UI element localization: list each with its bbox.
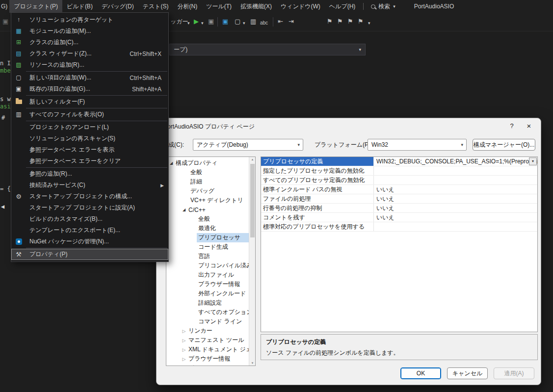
tree-expander-icon[interactable] <box>181 338 187 343</box>
tree-item[interactable]: デバッグ <box>166 186 249 196</box>
tree-item[interactable]: 言語 <box>166 252 249 261</box>
menu-item[interactable]: ビルドのカスタマイズ(B)... <box>11 213 168 225</box>
tree-item[interactable]: 全般 <box>166 214 249 224</box>
menu-item[interactable]: すべてのファイルを表示(O) <box>11 109 168 120</box>
property-value-cell[interactable]: いいえ <box>374 204 537 212</box>
configuration-manager-button[interactable]: 構成マネージャー(O)... <box>473 139 535 151</box>
cancel-button[interactable]: キャンセル <box>447 367 488 379</box>
tree-item[interactable]: ブラウザー情報 <box>166 354 249 364</box>
tree-item-clipped[interactable]: ビルド イベント <box>166 364 249 366</box>
scrollbar-thumb[interactable] <box>250 164 255 237</box>
tree-item[interactable]: ブラウザー情報 <box>166 280 249 289</box>
debugger-button-fragment[interactable]: ッガー <box>170 18 188 26</box>
tree-item[interactable]: リンカー <box>166 326 249 336</box>
property-value-cell[interactable] <box>374 222 537 231</box>
menu-item[interactable]: リソースの追加(R)... <box>11 59 168 71</box>
start-debugging-icon[interactable] <box>194 18 199 26</box>
tree-item[interactable]: すべてのオプション <box>166 308 249 317</box>
tree-expander-icon[interactable] <box>181 329 187 334</box>
tree-item[interactable]: コマンド ライン <box>166 317 249 326</box>
tree-item[interactable]: VC++ ディレクトリ <box>166 196 249 205</box>
property-value-cell[interactable]: いいえ <box>374 213 537 222</box>
ok-button[interactable]: OK <box>400 367 441 379</box>
preview-window-icon[interactable] <box>235 18 240 26</box>
property-value-cell[interactable]: いいえ <box>374 194 537 203</box>
unindent-icon[interactable] <box>278 18 283 26</box>
menu-item[interactable]: 参照データベース エラーをクリア <box>11 156 168 167</box>
menu-item[interactable]: 新しいフィルター(F) <box>11 96 168 107</box>
close-button[interactable]: × <box>522 121 536 131</box>
chevron-down-icon[interactable] <box>243 19 245 27</box>
menubar-item-tools[interactable]: ツール(T) <box>202 0 236 13</box>
menu-item[interactable]: 参照の追加(R)... <box>11 168 168 180</box>
menubar-clipped-item[interactable]: G) <box>0 0 9 13</box>
tree-item-selected[interactable]: プリプロセッサ <box>166 233 249 242</box>
collapse-arrow-icon[interactable] <box>1 203 4 210</box>
menubar-item-extensions[interactable]: 拡張機能(X) <box>236 0 276 13</box>
tree-item[interactable]: 構成プロパティ <box>166 158 249 168</box>
scroll-up-icon[interactable]: ▲ <box>249 158 256 161</box>
configuration-combo[interactable]: アクティブ(Debug) <box>193 139 303 151</box>
spell-check-icon[interactable]: abc <box>260 19 268 27</box>
tree-item[interactable]: 詳細 <box>166 177 249 186</box>
property-row[interactable]: コメントを残す いいえ <box>261 213 537 222</box>
tree-item[interactable]: 詳細設定 <box>166 298 249 308</box>
bookmark-toggle-icon[interactable] <box>327 18 333 26</box>
menu-item[interactable]: スタートアップ プロジェクトの構成... <box>11 191 168 202</box>
menu-item[interactable]: 接続済みサービス(C) <box>11 180 168 191</box>
menu-item[interactable]: 参照データベース エラーを表示 <box>11 144 168 156</box>
menu-item[interactable]: テンプレートのエクスポート(E)... <box>11 225 168 236</box>
tree-item[interactable]: マニフェスト ツール <box>166 336 249 345</box>
tree-expander-icon[interactable] <box>181 347 187 352</box>
value-dropdown-icon[interactable] <box>529 157 537 165</box>
tree-expander-icon[interactable] <box>181 357 187 362</box>
editor-scope-combo[interactable]: ープ) <box>169 44 366 55</box>
menu-item[interactable]: ソリューションの再ターゲット <box>11 14 168 26</box>
clipped-toolbar-icon[interactable] <box>2 18 8 26</box>
bookmark-prev-icon[interactable] <box>337 18 343 26</box>
bookmark-next-icon[interactable] <box>347 18 353 26</box>
hot-reload-icon[interactable] <box>208 18 214 26</box>
chevron-down-icon[interactable] <box>201 19 204 27</box>
tree-item[interactable]: 最適化 <box>166 224 249 233</box>
tree-item[interactable]: プリコンパイル済みヘッ <box>166 261 249 270</box>
menubar-item-test[interactable]: テスト(S) <box>138 0 173 13</box>
property-row[interactable]: プリプロセッサの定義 WIN32;_DEBUG;_CONSOLE;PA_USE_… <box>261 157 537 166</box>
tree-item[interactable]: XML ドキュメント ジェネレー <box>166 345 249 354</box>
tree-item[interactable]: 外部インクルード <box>166 289 249 298</box>
menubar-item-project[interactable]: プロジェクト(P) <box>9 0 62 13</box>
menu-item-properties[interactable]: プロパティ(P) <box>11 249 168 260</box>
tree-expander-icon[interactable] <box>168 161 174 165</box>
tree-item[interactable]: C/C++ <box>166 205 249 214</box>
indent-icon[interactable] <box>289 18 294 26</box>
attach-icon[interactable] <box>222 18 228 26</box>
menu-item[interactable]: NuGet パッケージの管理(N)... <box>11 236 168 247</box>
help-button[interactable]: ? <box>506 122 518 130</box>
menu-item[interactable]: モジュールの追加(M)... <box>11 26 168 37</box>
menubar-item-help[interactable]: ヘルプ(H) <box>325 0 360 13</box>
menubar-item-window[interactable]: ウィンドウ(W) <box>276 0 325 13</box>
menu-item[interactable]: クラスの追加(C)... <box>11 37 168 48</box>
menu-item[interactable]: プロジェクトのアンロード(L) <box>11 122 168 133</box>
tree-expander-icon[interactable] <box>181 208 187 212</box>
apply-button[interactable]: 適用(A) <box>494 367 534 379</box>
property-value-cell[interactable]: WIN32;_DEBUG;_CONSOLE;PA_USE_ASIO=1;%(Pr… <box>374 157 537 166</box>
property-row[interactable]: 指定したプリプロセッサ定義の無効化 <box>261 166 537 176</box>
bookmark-clear-icon[interactable] <box>358 18 364 26</box>
menu-item[interactable]: 既存の項目の追加(G)...Shift+Alt+A <box>11 83 168 95</box>
property-row[interactable]: ファイルの前処理 いいえ <box>261 194 537 204</box>
save-all-icon[interactable] <box>250 18 256 26</box>
property-row[interactable]: 標準インクルード パスの無視 いいえ <box>261 185 537 194</box>
chevron-down-icon[interactable] <box>368 19 370 27</box>
tree-scrollbar[interactable]: ▲ ▼ <box>249 157 255 366</box>
property-row[interactable]: 行番号の前処理の抑制 いいえ <box>261 204 537 213</box>
property-row[interactable]: 標準対応のプリプロセッサを使用する <box>261 222 537 232</box>
property-value-cell[interactable] <box>374 176 537 184</box>
platform-combo[interactable]: Win32 <box>368 139 467 151</box>
menubar-item-build[interactable]: ビルド(B) <box>62 0 97 13</box>
search-control[interactable]: 検索 <box>367 0 399 13</box>
property-row[interactable]: すべてのプリプロセッサ定義の無効化 <box>261 176 537 185</box>
property-value-cell[interactable] <box>374 166 537 175</box>
menubar-item-analyze[interactable]: 分析(N) <box>173 0 202 13</box>
menu-item[interactable]: クラス ウィザード(Z)...Ctrl+Shift+X <box>11 48 168 59</box>
